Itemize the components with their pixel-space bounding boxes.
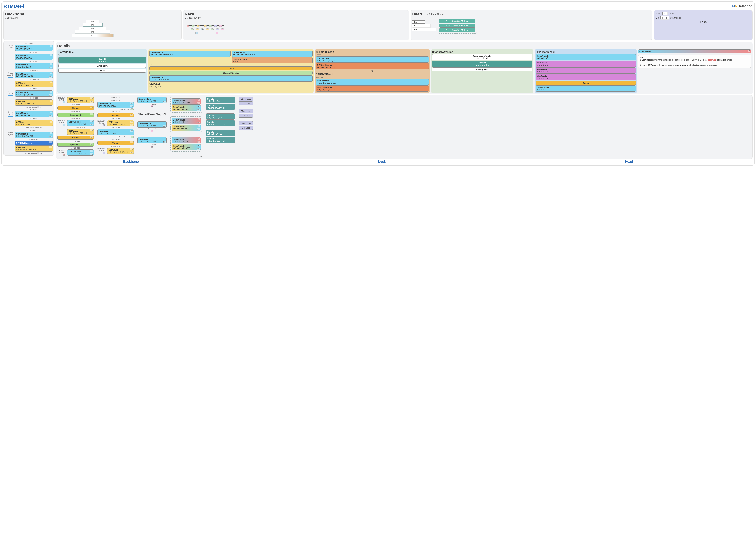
neck-14: Concat14: [57, 136, 94, 140]
s2-conv: ConvModulek=3, s=2, p=1, c=2565P3: [15, 90, 53, 97]
head-p4-c: ConvModulek=3, s=1, p=1, c=256CP4: [172, 124, 201, 131]
diagram-root: RTMDet-l MMDetection Backbone CSPNeXt(P5…: [1, 1, 755, 166]
neck-leftcol: TopDown Layer 1T CSPLayeradd=False, c=25…: [57, 97, 94, 156]
loss-bbox-label: BBox.: [655, 12, 661, 15]
s4-conv: ConvModulek=3, s=2, p=1, c=10249P5: [15, 132, 53, 138]
neck-22: CSPLayeradd=False, c=512, n=322P4: [107, 120, 134, 126]
sharedconv-title: SharedConv SepBN: [138, 113, 167, 116]
c2d-c-2: Conv2dk=1, s=1, p=0, c=n_cls: [206, 120, 235, 126]
lower-flow: TopDown Layer 1T CSPLayeradd=False, c=25…: [56, 95, 753, 159]
head-header: Head RTMDetSepBNHead P5 P4 P3 SharedConv…: [411, 10, 652, 40]
s3-csp: CSPLayeradd=True, c=512, n=68: [15, 120, 53, 126]
titlebar: RTMDet-l MMDetection: [3, 3, 753, 9]
head-p3-c: ConvModulek=3, s=1, p=1, c=256CP3: [172, 105, 201, 111]
head-p4-b: ConvModulek=3, s=1, p=1, c=256BP4: [172, 118, 201, 124]
loss-c-1: Cls. Loss: [239, 101, 253, 106]
s3-label: Stage Layer 3: [5, 111, 14, 117]
loss-cls-label: Cls.: [655, 17, 659, 19]
backbone-title: Backbone: [5, 12, 180, 17]
loss-box: BBox. 4 GIoU Cls. n_cls Quality Focal Lo…: [654, 10, 753, 40]
details-legend-col: ConvModuleB Note: 1. ConvModules within …: [638, 50, 751, 93]
c2d-c-3: Conv2dk=1, s=1, p=0, c=n_cls: [206, 137, 235, 143]
loss-cls-val: n_cls: [660, 16, 669, 19]
pyramid-p2: P2: [75, 30, 110, 33]
neck-18: Concat18: [57, 106, 94, 110]
stem-1: ConvModulek=3, s=1, p=1, c=321: [15, 54, 53, 60]
neck-24: Concat24: [97, 141, 134, 145]
details-convmodule: ConvModulek, s, p, c Conv2dk, s, p, c Ba…: [57, 50, 147, 93]
footer-labels: Backbone Neck Head: [3, 160, 753, 164]
neck-flow-chips: R—U—C——C—D—B—O— ——U—C—T—C—D—B—O— ————T——…: [185, 20, 408, 38]
logo-m2: M: [735, 4, 738, 8]
right-column: Details ConvModulek, s, p, c Conv2dk, s,…: [56, 41, 753, 159]
details-panel: Details ConvModulek, s, p, c Conv2dk, s,…: [56, 42, 753, 94]
neck-midcol: 80×80×256 80×80×256 ConvModulek=3, s=2, …: [97, 97, 134, 154]
details-csplayer: ConvModulek=1, s=1, p=0, c=0.5*c_out Con…: [148, 50, 313, 93]
stem-0: ConvModulek=3, s=2, p=1, c=320: [15, 45, 53, 51]
s1-csp: CSPLayeradd=True, c=128, n=34: [15, 81, 53, 87]
head-p4: P4: [412, 24, 430, 27]
head-p5: P5: [412, 20, 425, 24]
loss-c-2: Cls. Loss: [239, 114, 253, 117]
foot-neck: Neck: [378, 160, 386, 164]
head-pyramid: P5 P4 P3: [412, 20, 436, 31]
head-p3: P3: [412, 28, 436, 31]
neck-title: Neck: [185, 12, 408, 17]
s4-label: Stage Layer 4: [5, 132, 14, 138]
head-sub: RTMDetSepBNHead: [424, 13, 444, 16]
neck-20: ConvModulek=3, s=2, p=1, c=25620P3: [97, 102, 134, 108]
loss-col: BBox. Loss Cls. Loss BBox. Loss Cls. Los…: [239, 97, 253, 130]
neck-17: Upsample 117: [57, 113, 94, 117]
out-2: ConvModulek=3, s=1, p=1, c=256P5: [138, 137, 167, 144]
c2d-b-2: Conv2dk=1, s=1, p=0, c=4: [206, 114, 235, 119]
backbone-sub: CSPNeXt(P5): [5, 17, 180, 19]
out-1: ConvModulek=3, s=1, p=1, c=256P4: [138, 121, 167, 128]
s2-stride: 80×80×256 Stride=8: [15, 106, 53, 108]
s3-conv: ConvModulek=3, s=2, p=1, c=5127P4: [15, 111, 53, 117]
backbone-column: 640×640×3 Stem Layer ConvModulek=3, s=2,…: [3, 41, 54, 156]
out-0: ConvModulek=3, s=1, p=1, c=256P3: [138, 97, 167, 103]
neck-outcol: ConvModulek=3, s=1, p=1, c=256P3 Out Lay…: [138, 97, 167, 148]
logo-text: Detection: [738, 4, 753, 8]
neck-25: CSPLayeradd=False, c=1024, n=325P5: [107, 148, 134, 154]
neck-15: CSPLayeradd=False, c=512, n=315: [67, 129, 94, 135]
top-headers: Backbone CSPNeXt(P5) P5 P4 P3 P2 P1 Neck…: [3, 10, 753, 40]
loss-qf: Quality Focal: [670, 17, 681, 19]
neck-sub: CSPNeXtPAFPN: [185, 17, 408, 19]
s1-label: Stage Layer 1: [5, 72, 14, 78]
loss-giou: GIoU: [669, 12, 674, 15]
head-shared-group: SharedConv SepBN Head SharedConv SepBN H…: [438, 17, 477, 34]
s2-csp: CSPLayeradd=True, c=256, n=66: [15, 99, 53, 106]
bb-input: 640×640×3: [5, 43, 53, 45]
foot-backbone: Backbone: [123, 160, 139, 164]
c2d-b-1: Conv2dk=1, s=1, p=0, c=4: [206, 97, 235, 103]
s4-csp: CSPLayeradd=False, c=1024, n=311: [15, 146, 53, 151]
neck-13: Upsample 213: [57, 143, 94, 147]
head-p3-b: ConvModulek=3, s=1, p=1, c=256BP3: [172, 98, 201, 105]
backbone-pyramid: P5 P4 P3 P2 P1: [5, 20, 180, 37]
s4-sppf: SPPFBottleneck10: [15, 141, 53, 145]
loss-b-1: BBox. Loss: [239, 97, 253, 101]
page-title: RTMDet-l: [3, 3, 24, 9]
neck-12: ConvModulek=1, s=1, p=0, c=51212P5: [67, 150, 94, 156]
s3-stride: 40×40×512 Stride=16: [15, 127, 53, 129]
neck-21: Concat21: [97, 113, 134, 117]
shared-head-3: SharedConv SepBN Head: [439, 28, 476, 32]
s2-label: Stage Layer 2: [5, 90, 14, 96]
head-repeat: × 2: [170, 155, 202, 157]
c2d-b-3: Conv2dk=1, s=1, p=0, c=4: [206, 130, 235, 136]
loss-title: Loss: [655, 20, 751, 24]
pyramid-p5: P5: [86, 20, 99, 23]
details-note: Note: 1. ConvModules within the same col…: [638, 54, 751, 68]
s4-stride: 20×20×1024 Stride=32: [15, 152, 53, 154]
details-cspnext: CSPNeXtBlockadd=Ture ConvModulek=3, s=1,…: [315, 50, 430, 93]
head-p5-c: ConvModulek=3, s=1, p=1, c=256CP5: [172, 144, 201, 150]
s1-conv: ConvModulek=3, s=2, p=1, c=1283P2: [15, 72, 53, 78]
loss-bbox-val: 4: [662, 12, 668, 15]
head-p5-b: ConvModulek=3, s=1, p=1, c=256BP5: [172, 137, 201, 144]
conv2d-col: Conv2dk=1, s=1, p=0, c=4 Conv2dk=1, s=1,…: [206, 97, 235, 143]
head-detail-col: ConvModulek=3, s=1, p=1, c=256BP3 ConvMo…: [170, 97, 202, 157]
stem-label: Stem Layer: [5, 45, 14, 50]
loss-b-2: BBox. Loss: [239, 109, 253, 113]
neck-19: CSPLayeradd=False, c=256, n=319P3: [67, 97, 94, 103]
